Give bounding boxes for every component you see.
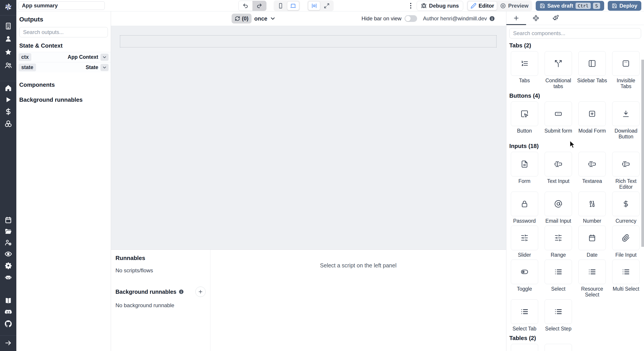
tab-insert-component[interactable] xyxy=(506,11,526,25)
save-draft-button[interactable]: Save draft Ctrl S xyxy=(536,1,604,11)
deploy-button[interactable]: Deploy xyxy=(608,1,641,11)
table-component-button[interactable] xyxy=(511,344,538,351)
more-menu-button[interactable] xyxy=(408,1,413,10)
canvas-topbar: (0) once Hide bar on view Au xyxy=(111,11,506,26)
Textarea-component-button[interactable] xyxy=(578,152,606,176)
Resource Select-component-button[interactable] xyxy=(578,260,606,284)
app-canvas[interactable] xyxy=(111,26,506,250)
arrow-right-icon[interactable] xyxy=(4,339,12,347)
tab-styling[interactable] xyxy=(546,11,566,25)
component-tile: Form xyxy=(509,152,540,190)
windmill-app-editor: Debug runs Editor Preview Save draft Ct xyxy=(0,0,644,351)
empty-drop-zone[interactable] xyxy=(120,35,496,47)
info-icon[interactable] xyxy=(489,16,495,21)
Invisible Tabs-component-button[interactable] xyxy=(612,51,640,76)
component-tile-label: Invisible Tabs xyxy=(611,78,641,89)
building-icon[interactable] xyxy=(4,22,12,30)
Rich Text Editor-component-button[interactable] xyxy=(612,152,640,176)
maximize-icon xyxy=(324,3,330,9)
Sidebar Tabs-component-button[interactable] xyxy=(578,51,606,76)
Download Button-component-button[interactable] xyxy=(612,101,640,126)
component-grid: ButtonSubmit formModal FormDownload Butt… xyxy=(509,101,641,139)
plus-icon xyxy=(513,15,520,21)
component-tile-label: Sidebar Tabs xyxy=(577,78,607,83)
section-title: Tables (2) xyxy=(509,335,641,342)
Tabs-component-button[interactable] xyxy=(511,51,538,76)
Select-component-button[interactable] xyxy=(545,260,572,284)
Select Step-component-button[interactable] xyxy=(545,299,572,324)
list-dots-icon xyxy=(588,268,596,276)
eye-icon[interactable] xyxy=(4,250,12,258)
Text Input-component-button[interactable] xyxy=(545,152,572,176)
component-tile-label: Date xyxy=(587,252,598,258)
Number-component-button[interactable] xyxy=(578,192,606,216)
Multi Select-component-button[interactable] xyxy=(612,260,640,284)
app-summary-input[interactable] xyxy=(18,1,105,10)
layout-toggle-group xyxy=(307,0,334,11)
search-components-input[interactable] xyxy=(509,28,641,38)
discord-icon[interactable] xyxy=(4,308,12,316)
no-background-runnable-text: No background runnable xyxy=(116,302,206,309)
search-outputs-input[interactable] xyxy=(19,27,108,37)
add-background-runnable-button[interactable] xyxy=(195,287,206,297)
component-tile-label: Select Step xyxy=(545,326,572,332)
Toggle-component-button[interactable] xyxy=(511,260,538,284)
Date-component-button[interactable] xyxy=(578,226,606,250)
refresh-count-button[interactable]: (0) xyxy=(232,14,252,23)
redo-button[interactable] xyxy=(252,1,266,11)
user-group-icon[interactable] xyxy=(4,61,12,69)
Form-component-button[interactable] xyxy=(511,152,538,176)
pencil-icon xyxy=(470,3,476,9)
home-icon[interactable] xyxy=(4,84,12,92)
hide-bar-toggle[interactable] xyxy=(404,15,417,22)
ctx-output-row[interactable]: ctx App Context xyxy=(16,52,111,62)
users-gear-icon[interactable] xyxy=(4,239,12,247)
mobile-view-button[interactable] xyxy=(274,1,287,10)
Email Input-component-button[interactable] xyxy=(545,192,572,216)
debug-runs-button[interactable]: Debug runs xyxy=(417,1,463,11)
dollar-icon[interactable] xyxy=(4,107,12,116)
state-output-row[interactable]: state State xyxy=(16,62,111,72)
info-icon[interactable] xyxy=(178,289,184,295)
calendar-icon[interactable] xyxy=(4,216,12,224)
component-tile-label: Submit form xyxy=(544,128,572,134)
center-layout-button[interactable] xyxy=(308,1,320,10)
boxes-icon[interactable] xyxy=(4,120,12,128)
gear-icon[interactable] xyxy=(4,262,12,270)
tab-components-settings[interactable] xyxy=(526,11,546,25)
play-icon[interactable] xyxy=(4,96,12,104)
component-tile: Download Button xyxy=(611,101,641,139)
Submit form-component-button[interactable] xyxy=(545,101,572,126)
Button-component-button[interactable] xyxy=(511,101,538,126)
Slider-component-button[interactable] xyxy=(511,226,538,250)
table-component-button[interactable] xyxy=(545,344,572,351)
user-icon[interactable] xyxy=(4,35,12,43)
Modal Form-component-button[interactable] xyxy=(578,101,606,126)
Select Tab-component-button[interactable] xyxy=(511,299,538,324)
editor-tab[interactable]: Editor xyxy=(468,1,497,10)
undo-button[interactable] xyxy=(238,1,252,11)
component-grid: TabsConditional tabsSidebar TabsInvisibl… xyxy=(509,51,641,89)
ctx-value: App Context xyxy=(68,54,98,60)
github-icon[interactable] xyxy=(4,320,12,328)
desktop-view-button[interactable] xyxy=(287,1,299,10)
state-expand-button[interactable] xyxy=(100,64,108,71)
ctx-expand-button[interactable] xyxy=(100,54,108,61)
star-icon[interactable] xyxy=(4,48,12,56)
frequency-dropdown[interactable]: once xyxy=(254,15,276,22)
File Input-component-button[interactable] xyxy=(612,226,640,250)
panel-scrollbar-thumb[interactable] xyxy=(641,60,644,247)
windmill-logo-icon[interactable] xyxy=(3,2,13,12)
fullscreen-button[interactable] xyxy=(321,1,333,10)
component-tile-label: Conditional tabs xyxy=(543,78,573,89)
Password-component-button[interactable] xyxy=(511,192,538,216)
state-context-title: State & Context xyxy=(19,42,108,49)
Conditional tabs-component-button[interactable] xyxy=(545,51,572,76)
book-open-icon[interactable] xyxy=(4,297,12,305)
Currency-component-button[interactable] xyxy=(612,192,640,216)
Range-component-button[interactable] xyxy=(545,226,572,250)
component-tile: Submit form xyxy=(543,101,573,139)
preview-tab[interactable]: Preview xyxy=(498,1,531,10)
folder-open-icon[interactable] xyxy=(4,227,12,235)
bot-icon[interactable] xyxy=(4,273,12,281)
